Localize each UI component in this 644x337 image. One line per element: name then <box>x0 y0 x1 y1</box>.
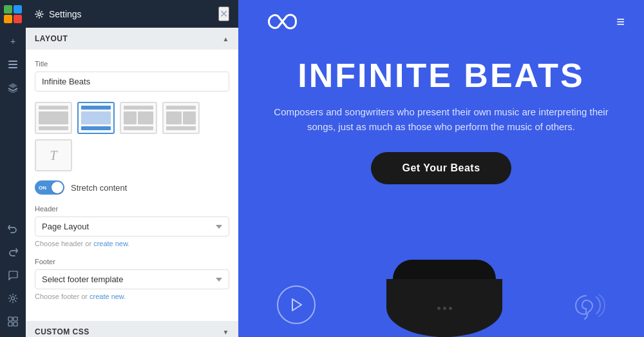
toggle-on-label: ON <box>39 185 46 191</box>
svg-rect-3 <box>14 15 22 23</box>
cta-button[interactable]: Get Your Beats <box>371 152 511 184</box>
svg-rect-11 <box>14 322 17 326</box>
app-logo <box>4 5 22 23</box>
svg-rect-10 <box>8 322 12 326</box>
settings-gear-icon <box>35 10 44 19</box>
stretch-content-row: ON Stretch content <box>35 180 229 195</box>
gear-icon[interactable] <box>3 288 23 309</box>
settings-header: Settings ✕ <box>26 0 238 28</box>
play-button[interactable] <box>277 285 316 324</box>
main-navbar: ≡ <box>238 0 644 43</box>
custom-css-label: Custom CSS <box>35 327 90 336</box>
hamburger-menu[interactable]: ≡ <box>616 14 625 30</box>
stretch-toggle[interactable]: ON <box>35 180 64 195</box>
headphone-bottom <box>386 279 502 337</box>
infinity-logo <box>258 10 303 33</box>
footer-form-group: Footer Select footer template Choose foo… <box>35 258 229 300</box>
grid-icon[interactable] <box>3 311 23 332</box>
layout-thumb-full[interactable] <box>35 102 72 134</box>
title-label: Title <box>35 60 229 68</box>
header-form-group: Header Page Layout Choose header or crea… <box>35 205 229 247</box>
settings-body: Layout ▲ Title <box>26 28 238 337</box>
layout-thumb-sidebar-left[interactable] <box>120 102 157 134</box>
pages-icon[interactable] <box>3 54 23 75</box>
main-content: ≡ INFINITE BEATS Composers and songwrite… <box>238 0 644 337</box>
svg-rect-6 <box>8 67 17 68</box>
custom-css-chevron-icon: ▼ <box>223 329 229 336</box>
svg-rect-2 <box>4 15 12 23</box>
footer-select[interactable]: Select footer template <box>35 269 229 289</box>
settings-close-button[interactable]: ✕ <box>218 6 229 21</box>
svg-point-7 <box>12 297 15 300</box>
hero-section: INFINITE BEATS Composers and songwriters… <box>238 43 644 273</box>
redo-icon[interactable] <box>3 242 23 262</box>
layers-icon[interactable] <box>3 77 23 98</box>
bottom-icons-row <box>238 273 644 337</box>
layout-chevron-icon: ▲ <box>223 35 229 43</box>
svg-rect-9 <box>14 317 17 321</box>
undo-icon[interactable] <box>3 218 23 239</box>
svg-rect-1 <box>14 5 22 14</box>
toggle-knob <box>52 182 63 193</box>
svg-rect-5 <box>8 64 17 65</box>
svg-rect-0 <box>4 5 12 14</box>
headphone-dots <box>437 307 452 310</box>
header-label: Header <box>35 205 229 213</box>
headphone-top <box>393 260 496 279</box>
layout-section-label: Layout <box>35 34 68 43</box>
settings-panel: Settings ✕ Layout ▲ Title <box>26 0 238 337</box>
hero-title: INFINITE BEATS <box>298 56 584 95</box>
layout-thumb-header-content[interactable] <box>77 102 115 134</box>
header-create-new-link[interactable]: create new <box>93 240 128 247</box>
footer-label: Footer <box>35 258 229 265</box>
hero-subtitle: Composers and songwriters who present th… <box>264 105 618 134</box>
chat-icon[interactable] <box>3 265 23 285</box>
add-icon[interactable]: + <box>3 31 23 52</box>
header-select[interactable]: Page Layout <box>35 217 229 236</box>
svg-rect-8 <box>8 317 12 321</box>
header-hint: Choose header or create new. <box>35 240 229 247</box>
custom-css-section-header[interactable]: Custom CSS ▼ <box>26 321 238 337</box>
svg-point-12 <box>38 12 41 15</box>
layout-thumb-sidebar-right[interactable] <box>162 102 200 134</box>
stretch-label: Stretch content <box>71 183 127 193</box>
footer-create-new-link[interactable]: create new <box>90 293 124 300</box>
layout-section-content: Title <box>26 50 238 321</box>
headphone-display <box>386 260 502 337</box>
footer-hint: Choose footer or create new. <box>35 293 229 300</box>
layout-thumbnails: T <box>35 102 229 171</box>
settings-title: Settings <box>49 9 82 19</box>
title-input[interactable] <box>35 72 229 91</box>
svg-rect-4 <box>8 61 17 62</box>
title-form-group: Title <box>35 60 229 91</box>
ear-icon <box>573 289 605 324</box>
layout-thumb-text[interactable]: T <box>35 139 72 171</box>
layout-section-header[interactable]: Layout ▲ <box>26 28 238 50</box>
narrow-sidebar: + <box>0 0 26 337</box>
